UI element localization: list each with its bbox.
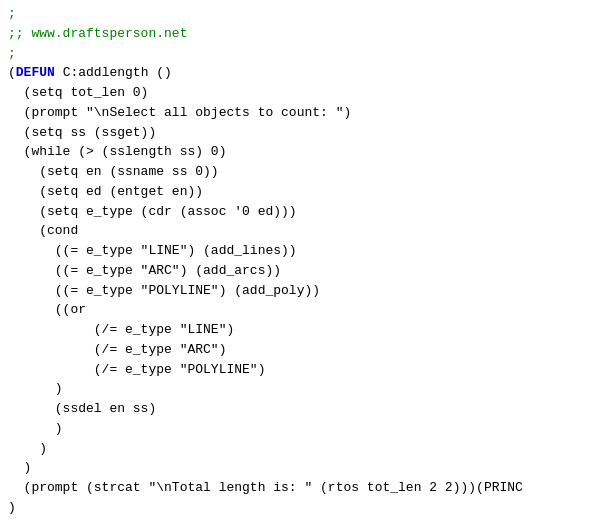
code-line: (setq ss (ssget)) bbox=[8, 123, 589, 143]
code-line: (cond bbox=[8, 221, 589, 241]
code-line: ) bbox=[8, 498, 589, 518]
code-line: (setq en (ssname ss 0)) bbox=[8, 162, 589, 182]
code-line bbox=[8, 518, 589, 526]
code-line: ; bbox=[8, 44, 589, 64]
code-line: ((= e_type "POLYLINE") (add_poly)) bbox=[8, 281, 589, 301]
code-line: ((= e_type "ARC") (add_arcs)) bbox=[8, 261, 589, 281]
code-line: (prompt "\nSelect all objects to count: … bbox=[8, 103, 589, 123]
code-line: ) bbox=[8, 439, 589, 459]
code-line: ;; www.draftsperson.net bbox=[8, 24, 589, 44]
code-line: (setq ed (entget en)) bbox=[8, 182, 589, 202]
code-line: (/= e_type "POLYLINE") bbox=[8, 360, 589, 380]
code-line: ((= e_type "LINE") (add_lines)) bbox=[8, 241, 589, 261]
code-line: (setq e_type (cdr (assoc '0 ed))) bbox=[8, 202, 589, 222]
code-line: (DEFUN C:addlength () bbox=[8, 63, 589, 83]
code-line: ) bbox=[8, 379, 589, 399]
code-line: (/= e_type "LINE") bbox=[8, 320, 589, 340]
code-line: (/= e_type "ARC") bbox=[8, 340, 589, 360]
code-line: ((or bbox=[8, 300, 589, 320]
code-line: (ssdel en ss) bbox=[8, 399, 589, 419]
code-line: ) bbox=[8, 419, 589, 439]
code-editor: ; ;; www.draftsperson.net ; (DEFUN C:add… bbox=[0, 0, 597, 525]
code-line: ; bbox=[8, 4, 589, 24]
code-line: (while (> (sslength ss) 0) bbox=[8, 142, 589, 162]
code-line: ) bbox=[8, 458, 589, 478]
code-line: (prompt (strcat "\nTotal length is: " (r… bbox=[8, 478, 589, 498]
code-line: (setq tot_len 0) bbox=[8, 83, 589, 103]
